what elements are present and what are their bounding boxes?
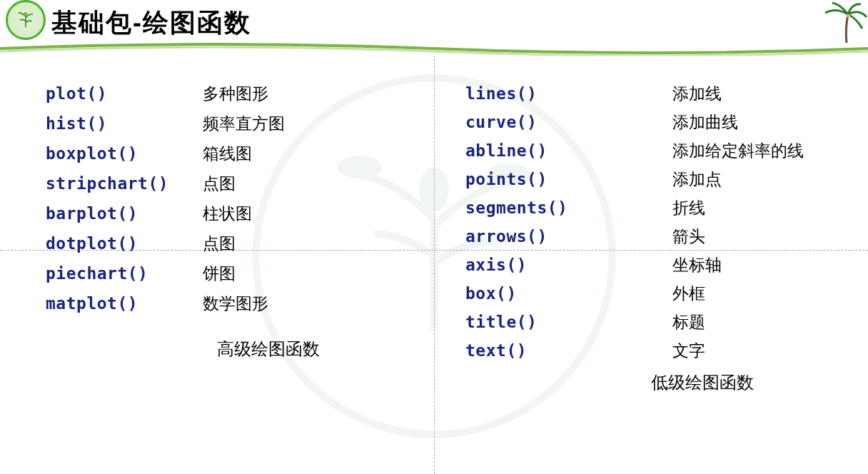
function-name: piechart() <box>46 266 203 282</box>
function-name: plot() <box>46 86 203 102</box>
right-caption: 低级绘图函数 <box>465 371 854 394</box>
function-name: abline() <box>465 143 672 159</box>
function-desc: 坐标轴 <box>672 257 722 273</box>
function-row: box()外框 <box>465 286 854 302</box>
slide-header: 基础包-绘图函数 <box>0 0 868 45</box>
function-name: segments() <box>465 200 672 216</box>
function-row: stripchart()点图 <box>46 176 420 192</box>
function-row: barplot()柱状图 <box>46 206 420 222</box>
slide-title: 基础包-绘图函数 <box>51 6 868 41</box>
function-desc: 数学图形 <box>203 296 268 312</box>
svg-point-4 <box>24 12 27 16</box>
function-desc: 点图 <box>203 236 236 252</box>
function-row: piechart()饼图 <box>46 266 420 282</box>
function-row: points()添加点 <box>465 171 854 188</box>
function-name: dotplot() <box>46 236 203 252</box>
function-name: text() <box>465 343 672 359</box>
function-name: lines() <box>465 86 672 102</box>
divider-swoosh <box>0 41 868 56</box>
function-desc: 频率直方图 <box>203 116 285 132</box>
function-row: abline()添加给定斜率的线 <box>465 143 854 159</box>
left-caption: 高级绘图函数 <box>46 338 420 360</box>
svg-point-5 <box>846 14 850 17</box>
function-desc: 箱线图 <box>203 146 252 162</box>
function-row: segments()折线 <box>465 200 854 216</box>
function-name: stripchart() <box>46 176 203 192</box>
function-name: boxplot() <box>46 146 203 162</box>
function-row: axis()坐标轴 <box>465 257 854 273</box>
left-column: plot()多种图形hist()频率直方图boxplot()箱线图stripch… <box>0 86 434 394</box>
right-column: lines()添加线curve()添加曲线abline()添加给定斜率的线poi… <box>434 86 868 394</box>
function-name: arrows() <box>465 228 672 245</box>
function-row: title()标题 <box>465 314 854 331</box>
function-name: barplot() <box>46 206 203 222</box>
function-row: text()文字 <box>465 343 854 359</box>
function-row: lines()添加线 <box>465 86 854 102</box>
function-desc: 多种图形 <box>203 86 268 102</box>
palm-icon <box>818 0 868 50</box>
function-row: boxplot()箱线图 <box>46 146 420 162</box>
function-name: hist() <box>46 116 203 132</box>
function-desc: 添加线 <box>672 86 722 102</box>
function-row: hist()频率直方图 <box>46 116 420 132</box>
function-desc: 添加给定斜率的线 <box>672 143 804 159</box>
function-desc: 文字 <box>672 343 705 359</box>
function-desc: 添加点 <box>672 171 722 188</box>
function-row: matplot()数学图形 <box>46 296 420 312</box>
function-desc: 点图 <box>203 176 236 192</box>
function-desc: 添加曲线 <box>672 114 738 131</box>
function-desc: 标题 <box>672 314 705 331</box>
function-name: points() <box>465 171 672 188</box>
content: plot()多种图形hist()频率直方图boxplot()箱线图stripch… <box>0 86 868 394</box>
function-row: arrows()箭头 <box>465 228 854 245</box>
function-name: box() <box>465 286 672 302</box>
function-name: axis() <box>465 257 672 273</box>
function-name: title() <box>465 314 672 331</box>
function-row: dotplot()点图 <box>46 236 420 252</box>
function-desc: 柱状图 <box>203 206 252 222</box>
function-desc: 折线 <box>672 200 705 216</box>
function-desc: 饼图 <box>203 266 236 282</box>
function-desc: 箭头 <box>672 228 705 245</box>
function-row: curve()添加曲线 <box>465 114 854 131</box>
function-name: curve() <box>465 114 672 131</box>
function-row: plot()多种图形 <box>46 86 420 102</box>
function-name: matplot() <box>46 296 203 312</box>
function-desc: 外框 <box>672 286 705 302</box>
logo-icon <box>6 0 46 40</box>
